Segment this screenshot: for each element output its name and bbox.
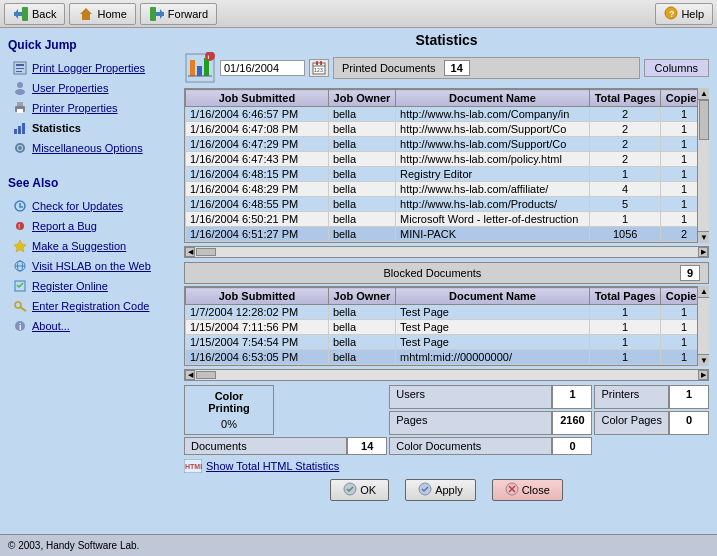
color-percent: 0%: [221, 418, 237, 430]
printer-icon: [12, 100, 28, 116]
stats-icon: [12, 120, 28, 136]
sidebar-item-register-online[interactable]: Register Online: [4, 276, 176, 296]
table-cell: 1/16/2004 6:51:27 PM: [186, 227, 329, 242]
blocked-hscroll[interactable]: ◀ ▶: [184, 369, 709, 381]
table-cell: http://www.hs-lab.com/Support/Co: [396, 122, 590, 137]
summary-stats: Users 1 Printers 1 Color Printing 0% Pag…: [184, 385, 709, 455]
scroll-up-btn[interactable]: ▲: [698, 88, 709, 100]
table-cell: http://www.hs-lab.com/Company/in: [396, 107, 590, 122]
color-printing-box: Color Printing 0%: [184, 385, 274, 435]
table-cell: bella: [328, 320, 395, 335]
table-cell: 1/15/2004 7:54:54 PM: [186, 335, 329, 350]
col-job-submitted: Job Submitted: [186, 90, 329, 107]
table-cell: 1: [589, 320, 660, 335]
table-row: 1/16/2004 6:48:15 PMbellaRegistry Editor…: [186, 167, 708, 182]
table-row: 1/16/2004 6:47:08 PMbellahttp://www.hs-l…: [186, 122, 708, 137]
help-button[interactable]: ? Help: [655, 3, 713, 25]
table-cell: mhtml:mid://00000000/: [396, 350, 590, 365]
printed-docs-count: 14: [444, 60, 470, 76]
toolbar: Back Home Forward ? Help: [0, 0, 717, 28]
table-row: 1/16/2004 6:50:21 PMbellaMicrosoft Word …: [186, 212, 708, 227]
color-docs-label: Color Documents: [389, 437, 552, 455]
svg-rect-4: [150, 7, 156, 21]
table-cell: 1/16/2004 6:47:29 PM: [186, 137, 329, 152]
html-stats-row: HTML Show Total HTML Statistics: [184, 459, 709, 473]
table-cell: bella: [328, 167, 395, 182]
blocked-table-vscroll[interactable]: ▲ ▼: [697, 286, 709, 366]
svg-text:3: 3: [320, 67, 323, 73]
close-button[interactable]: Close: [492, 479, 563, 501]
forward-button[interactable]: Forward: [140, 3, 217, 25]
ok-icon: [343, 482, 357, 498]
documents-value: 14: [347, 437, 387, 455]
html-stats-link[interactable]: Show Total HTML Statistics: [206, 460, 339, 472]
pages-value: 2160: [552, 411, 592, 435]
svg-rect-18: [14, 129, 17, 134]
web-icon: [12, 258, 28, 274]
svg-rect-19: [18, 126, 21, 134]
svg-rect-16: [17, 102, 23, 106]
svg-marker-26: [14, 240, 26, 252]
printed-hscroll[interactable]: ◀ ▶: [184, 246, 709, 258]
table-row: 1/16/2004 6:46:57 PMbellahttp://www.hs-l…: [186, 107, 708, 122]
page-title: Statistics: [184, 32, 709, 48]
sidebar-item-printer-properties[interactable]: Printer Properties: [4, 98, 176, 118]
hscroll-right-btn[interactable]: ▶: [698, 247, 708, 257]
table-cell: 2: [589, 107, 660, 122]
blocked-docs-count: 9: [680, 265, 700, 281]
sidebar-item-visit-hslab[interactable]: Visit HSLAB on the Web: [4, 256, 176, 276]
sidebar-item-check-updates[interactable]: Check for Updates: [4, 196, 176, 216]
table-cell: 1/16/2004 6:47:43 PM: [186, 152, 329, 167]
svg-rect-38: [204, 58, 209, 76]
sidebar-item-enter-reg-code[interactable]: Enter Registration Code: [4, 296, 176, 316]
svg-rect-45: [320, 61, 322, 65]
hscroll-left-btn[interactable]: ◀: [185, 247, 195, 257]
svg-text:HTML: HTML: [185, 463, 202, 470]
table-row: 1/16/2004 6:51:27 PMbellaMINI-PACK10562: [186, 227, 708, 242]
users-label: Users: [389, 385, 552, 409]
table-cell: bella: [328, 137, 395, 152]
back-button[interactable]: Back: [4, 3, 65, 25]
printers-label: Printers: [594, 385, 669, 409]
columns-button[interactable]: Columns: [644, 59, 709, 77]
table-cell: Registry Editor: [396, 167, 590, 182]
bug-icon: !: [12, 218, 28, 234]
svg-text:!: !: [18, 222, 20, 231]
sidebar-item-make-suggestion[interactable]: Make a Suggestion: [4, 236, 176, 256]
table-row: 1/16/2004 6:53:05 PMbellamhtml:mid://000…: [186, 350, 708, 365]
sidebar-item-about[interactable]: i About...: [4, 316, 176, 336]
sidebar-item-statistics[interactable]: Statistics: [4, 118, 176, 138]
calendar-button[interactable]: 123: [309, 59, 329, 77]
table-cell: 2: [589, 137, 660, 152]
printed-table-vscroll[interactable]: ▲ ▼: [697, 88, 709, 243]
users-value: 1: [552, 385, 592, 409]
table-row: 1/16/2004 6:48:55 PMbellahttp://www.hs-l…: [186, 197, 708, 212]
table-row: 1/7/2004 12:28:02 PMbellaTest Page11: [186, 305, 708, 320]
table-cell: bella: [328, 122, 395, 137]
svg-point-14: [15, 89, 25, 95]
ok-button[interactable]: OK: [330, 479, 389, 501]
table-cell: Test Page: [396, 335, 590, 350]
table-cell: 1: [589, 212, 660, 227]
table-cell: 1/16/2004 6:48:15 PM: [186, 167, 329, 182]
home-button[interactable]: Home: [69, 3, 135, 25]
printers-value: 1: [669, 385, 709, 409]
sidebar-item-misc-options[interactable]: Miscellaneous Options: [4, 138, 176, 158]
svg-rect-17: [17, 109, 23, 113]
update-icon: [12, 198, 28, 214]
suggestion-icon: [12, 238, 28, 254]
home-icon: [78, 6, 94, 22]
key-icon: [12, 298, 28, 314]
close-icon: [505, 482, 519, 498]
apply-button[interactable]: Apply: [405, 479, 476, 501]
user-icon: [12, 80, 28, 96]
sidebar-item-print-logger[interactable]: Print Logger Properties: [4, 58, 176, 78]
print-logger-icon: [12, 60, 28, 76]
table-cell: 1/16/2004 6:53:05 PM: [186, 350, 329, 365]
col-doc-name: Document Name: [396, 90, 590, 107]
scroll-down-btn[interactable]: ▼: [698, 231, 709, 243]
quick-jump-title: Quick Jump: [4, 36, 176, 54]
sidebar-item-user-properties[interactable]: User Properties: [4, 78, 176, 98]
date-input[interactable]: [220, 60, 305, 76]
sidebar-item-report-bug[interactable]: ! Report a Bug: [4, 216, 176, 236]
